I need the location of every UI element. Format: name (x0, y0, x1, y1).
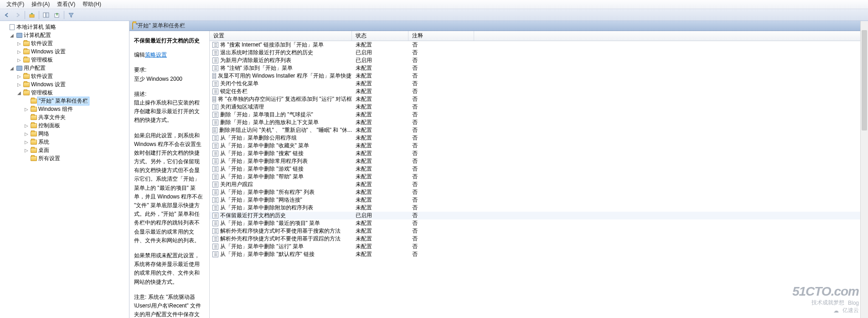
policy-state: 未配置 (352, 196, 408, 204)
policy-state: 未配置 (352, 243, 408, 250)
policy-row[interactable]: 从「开始」菜单中删除 "收藏夹" 菜单未配置否 (210, 142, 868, 150)
tree-u-software[interactable]: ▷软件设置 (0, 72, 129, 80)
description-text-3: 如果禁用或未配置此设置，系统将存储并显示最近使用的或常用的文件、文件夹和网站的快… (134, 251, 205, 287)
export-button[interactable] (52, 10, 62, 20)
policy-title: 锁定任务栏 (220, 88, 248, 95)
policy-row[interactable]: 关闭个性化菜单未配置否 (210, 80, 868, 88)
nav-forward-button[interactable] (13, 10, 23, 20)
policy-title: 从「开始」菜单中删除 "收藏夹" 菜单 (220, 142, 309, 150)
policy-row[interactable]: 解析外壳程序快捷方式时不要使用基于跟踪的方法未配置否 (210, 235, 868, 243)
policy-state: 未配置 (352, 188, 408, 196)
tree-c-admin[interactable]: ▷管理模板 (0, 56, 129, 64)
policy-row[interactable]: 删除并阻止访问 "关机" 、 "重新启动" 、 "睡眠" 和 "休...未配置否 (210, 126, 868, 134)
tree-all-settings[interactable]: 所有设置 (0, 154, 129, 162)
policy-state: 未配置 (352, 41, 408, 49)
description-text-1: 阻止操作系统和已安装的程序创建和显示最近打开的文档的快捷方式。 (134, 99, 205, 125)
menu-help[interactable]: 帮助(H) (79, 0, 105, 9)
policy-icon (212, 166, 218, 172)
requirement-value: 至少 Windows 2000 (134, 75, 205, 83)
policy-row[interactable]: 从「开始」菜单中删除 "帮助" 菜单未配置否 (210, 173, 868, 181)
col-note[interactable]: 注释 (408, 31, 474, 41)
policy-title: 从「开始」菜单中删除 "运行" 菜单 (220, 243, 304, 250)
policy-row[interactable]: 从「开始」菜单中删除 "搜索" 链接未配置否 (210, 150, 868, 157)
policy-row[interactable]: 锁定任务栏未配置否 (210, 88, 868, 95)
policy-note: 否 (408, 173, 474, 181)
filter-button[interactable] (66, 10, 76, 20)
nav-back-button[interactable] (2, 10, 12, 20)
col-state[interactable]: 状态 (352, 31, 408, 41)
policy-row[interactable]: 从「开始」菜单中删除 "游戏" 链接未配置否 (210, 165, 868, 173)
description-label: 描述: (134, 90, 205, 99)
tree-shared-folders[interactable]: 共享文件夹 (0, 113, 129, 121)
policy-title: 删除「开始」菜单上的拖放和上下文菜单 (220, 119, 319, 126)
policy-state: 未配置 (352, 111, 408, 119)
policy-row[interactable]: 从「开始」菜单中删除 "所有程序" 列表未配置否 (210, 188, 868, 196)
tree-desktop[interactable]: ▷桌面 (0, 146, 129, 154)
policy-icon (212, 205, 218, 211)
policy-row[interactable]: 从「开始」菜单中删除 "最近的项目" 菜单未配置否 (210, 219, 868, 227)
policy-note: 否 (408, 212, 474, 219)
policy-note: 否 (408, 49, 474, 57)
tree-root[interactable]: 本地计算机 策略 (0, 23, 129, 31)
policy-note: 否 (408, 243, 474, 250)
policy-note: 否 (408, 57, 474, 64)
policy-row[interactable]: 将 "注销" 添加到「开始」菜单未配置否 (210, 64, 868, 72)
policy-row[interactable]: 删除「开始」菜单项目上的 "气球提示"未配置否 (210, 111, 868, 119)
policy-note: 否 (408, 119, 474, 126)
policy-row[interactable]: 为新用户清除最近的程序列表已启用否 (210, 57, 868, 64)
tree-u-admin[interactable]: ◢管理模板 (0, 89, 129, 97)
policy-title: 从「开始」菜单中删除 "游戏" 链接 (220, 165, 304, 173)
tree-user-config[interactable]: ◢用户配置 (0, 64, 129, 72)
vertical-scrollbar[interactable] (860, 21, 868, 318)
policy-note: 否 (408, 250, 474, 258)
policy-title: 解析外壳程序快捷方式时不要使用基于跟踪的方法 (220, 235, 341, 243)
policy-row[interactable]: 不保留最近打开文档的历史已启用否 (210, 212, 868, 219)
scroll-thumb[interactable] (862, 30, 867, 130)
menu-action[interactable]: 操作(A) (28, 0, 53, 9)
policy-row[interactable]: 从「开始」菜单中删除 "运行" 菜单未配置否 (210, 243, 868, 250)
policy-state: 未配置 (352, 72, 408, 80)
policy-row[interactable]: 从「开始」菜单中删除 "网络连接"未配置否 (210, 196, 868, 204)
description-text-4: 注意: 系统在 "系统驱动器\Users\用户名\Recent" 文件夹的用户配… (134, 293, 205, 318)
menu-view[interactable]: 查看(V) (53, 0, 79, 9)
show-hide-tree-button[interactable] (41, 10, 51, 20)
requirement-label: 要求: (134, 66, 205, 74)
tree-win-components[interactable]: ▷Windows 组件 (0, 105, 129, 113)
edit-policy-link[interactable]: 策略设置 (145, 52, 167, 58)
policy-row[interactable]: 关闭通知区域清理未配置否 (210, 103, 868, 111)
tree-computer-config[interactable]: ◢计算机配置 (0, 31, 129, 39)
up-button[interactable] (27, 10, 37, 20)
policy-row[interactable]: 从「开始」菜单中删除附加的程序列表未配置否 (210, 204, 868, 212)
policy-row[interactable]: 从「开始」菜单中删除 "默认程序" 链接未配置否 (210, 250, 868, 258)
policy-note: 否 (408, 88, 474, 95)
description-text-2: 如果启用此设置，则系统和 Windows 程序不会在设置生效时创建打开的文档的快… (134, 131, 205, 245)
policy-state: 未配置 (352, 181, 408, 188)
tree-network[interactable]: ▷网络 (0, 130, 129, 138)
policy-state: 未配置 (352, 88, 408, 95)
tree-control-panel[interactable]: ▷控制面板 (0, 121, 129, 130)
col-setting[interactable]: 设置 (210, 31, 352, 41)
policy-row[interactable]: 从「开始」菜单删除公用程序组未配置否 (210, 134, 868, 142)
policy-icon (212, 197, 218, 203)
tree-c-software[interactable]: ▷软件设置 (0, 39, 129, 47)
tree-start-menu[interactable]: "开始" 菜单和任务栏 (0, 97, 129, 105)
menu-file[interactable]: 文件(F) (3, 0, 28, 9)
policy-note: 否 (408, 126, 474, 134)
policy-row[interactable]: 关闭用户跟踪未配置否 (210, 181, 868, 188)
policy-row[interactable]: 从「开始」菜单中删除常用程序列表未配置否 (210, 157, 868, 165)
tree-system[interactable]: ▷系统 (0, 138, 129, 146)
policy-state: 未配置 (352, 119, 408, 126)
policy-icon (212, 89, 218, 94)
policy-row[interactable]: 灰显不可用的 Windows Installer 程序「开始」菜单快捷方...未… (210, 72, 868, 80)
policy-title: 关闭通知区域清理 (220, 103, 264, 111)
policy-row[interactable]: 退出系统时清除最近打开的文档的历史已启用否 (210, 49, 868, 57)
policy-row[interactable]: 将 "搜索 Internet" 链接添加到「开始」菜单未配置否 (210, 41, 868, 49)
policy-row[interactable]: 将 "在单独的内存空间运行" 复选框添加到 "运行" 对话框未配置否 (210, 95, 868, 103)
tree-u-windows[interactable]: ▷Windows 设置 (0, 80, 129, 89)
policy-row[interactable]: 解析外壳程序快捷方式时不要使用基于搜索的方法未配置否 (210, 227, 868, 235)
svg-rect-1 (43, 13, 46, 17)
policy-row[interactable]: 删除「开始」菜单上的拖放和上下文菜单未配置否 (210, 119, 868, 126)
tree-c-windows[interactable]: ▷Windows 设置 (0, 47, 129, 56)
policy-icon (212, 104, 218, 110)
policy-icon (212, 236, 218, 242)
